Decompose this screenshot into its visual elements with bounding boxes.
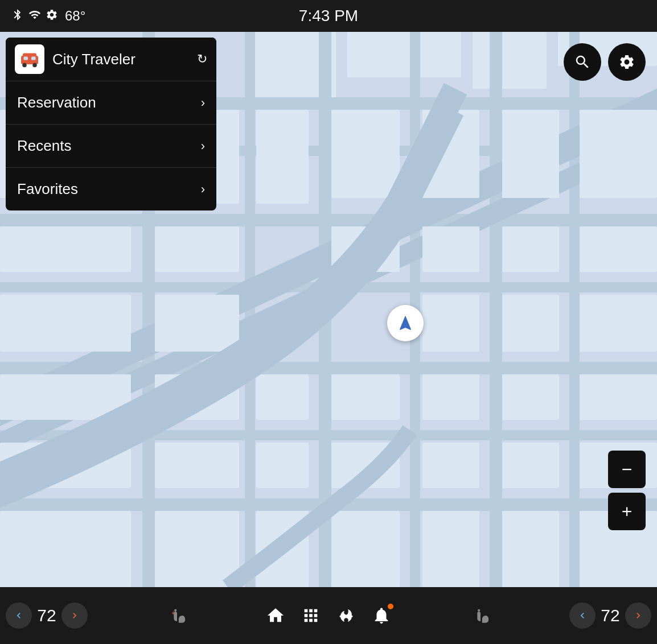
app-panel: City Traveler ↻ Reservation › Recents › … — [6, 38, 216, 210]
map-area: City Traveler ↻ Reservation › Recents › … — [0, 32, 657, 587]
signal-icon — [28, 9, 41, 24]
left-temp-control: 72 — [6, 602, 88, 629]
settings-button[interactable] — [608, 43, 646, 81]
svg-rect-54 — [0, 511, 131, 587]
zoom-in-button[interactable]: + — [608, 493, 646, 530]
svg-rect-45 — [502, 374, 559, 420]
right-temp-right-arrow-icon — [633, 610, 644, 621]
location-pin — [387, 305, 424, 341]
navigation-arrow-icon — [396, 314, 414, 332]
pin-circle — [387, 305, 424, 341]
svg-rect-33 — [502, 226, 559, 272]
search-button[interactable] — [564, 43, 601, 81]
fan-button[interactable] — [336, 606, 356, 625]
reservation-chevron: › — [201, 96, 205, 110]
svg-rect-32 — [422, 226, 479, 272]
svg-rect-36 — [155, 295, 239, 352]
svg-rect-55 — [155, 511, 239, 587]
seat-heat-left-icon[interactable] — [167, 606, 187, 625]
svg-point-68 — [478, 609, 480, 612]
gear-icon — [618, 53, 635, 71]
bluetooth-icon — [11, 9, 24, 24]
zoom-controls: − + — [608, 451, 646, 530]
bell-icon — [372, 606, 391, 625]
seat-heat-right-icon[interactable] — [471, 606, 490, 625]
temperature-status: 68° — [65, 8, 85, 24]
car-icon — [19, 49, 40, 69]
svg-rect-28 — [256, 158, 309, 204]
apps-button[interactable] — [301, 606, 321, 625]
home-button[interactable] — [266, 606, 285, 625]
svg-rect-29 — [0, 226, 131, 272]
svg-rect-66 — [31, 57, 36, 60]
recents-chevron: › — [201, 139, 205, 154]
svg-rect-3 — [473, 32, 547, 89]
right-arrow-icon — [69, 610, 80, 621]
favorites-label: Favorites — [17, 180, 78, 198]
right-temp-left-arrow-icon — [577, 610, 588, 621]
left-temp-increase-button[interactable] — [61, 602, 88, 629]
svg-rect-42 — [256, 374, 309, 420]
left-temp-decrease-button[interactable] — [6, 602, 32, 629]
bottom-bar: 72 — [0, 587, 657, 644]
notification-button[interactable] — [372, 606, 391, 625]
left-temp-value: 72 — [35, 606, 58, 625]
search-icon — [574, 53, 591, 71]
recents-label: Recents — [17, 137, 71, 155]
status-left-icons: 68° — [11, 8, 85, 24]
seat-icon-right — [471, 606, 490, 625]
svg-rect-25 — [580, 110, 657, 198]
reservation-label: Reservation — [17, 94, 96, 112]
svg-rect-34 — [580, 226, 657, 272]
right-temp-increase-button[interactable] — [625, 602, 651, 629]
app-icon-wrapper — [15, 44, 44, 74]
svg-rect-38 — [502, 295, 559, 352]
svg-rect-16 — [490, 32, 502, 587]
notification-badge — [388, 604, 393, 609]
svg-rect-24 — [502, 110, 559, 198]
home-icon — [266, 606, 285, 625]
seat-icon-left — [167, 606, 187, 625]
panel-header: City Traveler ↻ — [6, 38, 216, 81]
svg-point-64 — [32, 63, 37, 68]
fan-icon — [336, 606, 356, 625]
time-display: 7:43 PM — [299, 7, 358, 25]
svg-rect-65 — [24, 57, 28, 60]
settings-status-icon — [46, 9, 58, 24]
menu-item-reservation[interactable]: Reservation › — [6, 81, 216, 125]
app-title: City Traveler — [52, 51, 197, 68]
right-temp-control: 72 — [569, 602, 651, 629]
svg-rect-39 — [580, 295, 657, 352]
menu-item-favorites[interactable]: Favorites › — [6, 168, 216, 210]
svg-rect-43 — [331, 374, 400, 420]
svg-rect-35 — [0, 295, 131, 352]
top-right-buttons — [564, 43, 646, 81]
svg-rect-49 — [256, 443, 309, 488]
svg-rect-59 — [502, 511, 559, 587]
svg-rect-46 — [580, 374, 657, 420]
svg-rect-30 — [155, 226, 239, 272]
refresh-button[interactable]: ↻ — [197, 52, 207, 67]
svg-point-63 — [22, 63, 27, 68]
svg-rect-37 — [422, 295, 479, 352]
svg-rect-44 — [422, 374, 479, 420]
nav-icons — [266, 606, 391, 625]
grid-icon — [301, 606, 321, 625]
svg-rect-58 — [422, 511, 479, 587]
menu-item-recents[interactable]: Recents › — [6, 125, 216, 168]
status-bar: 68° 7:43 PM — [0, 0, 657, 32]
svg-rect-17 — [569, 32, 580, 587]
svg-rect-22 — [331, 110, 400, 198]
left-arrow-icon — [13, 610, 24, 621]
svg-rect-48 — [155, 443, 239, 488]
svg-rect-51 — [422, 443, 479, 488]
right-temp-decrease-button[interactable] — [569, 602, 596, 629]
svg-point-67 — [174, 609, 176, 612]
zoom-out-button[interactable]: − — [608, 451, 646, 488]
svg-rect-57 — [331, 511, 400, 587]
favorites-chevron: › — [201, 182, 205, 197]
svg-rect-52 — [502, 443, 559, 488]
right-temp-value: 72 — [599, 606, 622, 625]
svg-rect-2 — [347, 32, 461, 77]
